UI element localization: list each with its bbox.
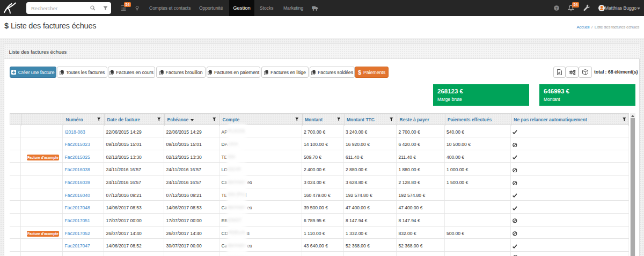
svg-text:?: ? [555, 6, 558, 10]
